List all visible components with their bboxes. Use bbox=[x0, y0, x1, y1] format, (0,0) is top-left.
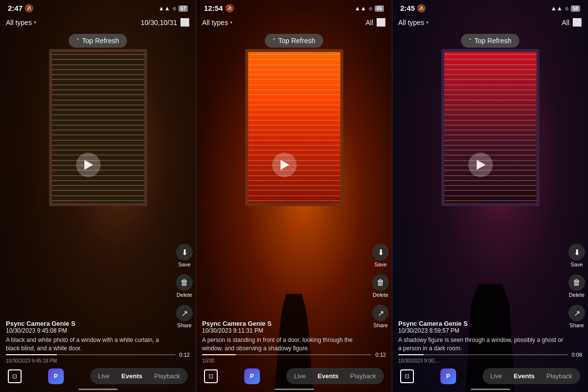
top-refresh-button[interactable]: ˄ Top Refresh bbox=[461, 34, 519, 48]
chevron-up-icon: ˄ bbox=[273, 38, 276, 44]
tab-live[interactable]: Live bbox=[93, 370, 115, 382]
delete-action[interactable]: 🗑 Delete bbox=[176, 274, 193, 298]
door-frame bbox=[245, 49, 343, 206]
tab-events[interactable]: Events bbox=[117, 370, 148, 382]
top-refresh-button[interactable]: ˄ Top Refresh bbox=[265, 34, 323, 48]
progress-fill bbox=[398, 354, 424, 355]
date-filter-label: All bbox=[562, 19, 569, 26]
share-action[interactable]: ↗ Share bbox=[568, 305, 585, 328]
door-frame bbox=[49, 49, 147, 206]
tab-playback[interactable]: Playback bbox=[541, 370, 577, 382]
door-visual bbox=[245, 49, 343, 206]
event-description: A black and white photo of a window with… bbox=[6, 336, 171, 353]
tab-events[interactable]: Events bbox=[509, 370, 540, 382]
date-filter[interactable]: All ⬜ bbox=[562, 18, 582, 27]
save-action[interactable]: ⬇ Save bbox=[568, 244, 585, 267]
delete-icon: 🗑 bbox=[568, 274, 585, 291]
calendar-icon: ⬜ bbox=[572, 18, 582, 27]
filter-bar: All types ▾ All ⬜ bbox=[392, 15, 588, 30]
door-frame bbox=[441, 49, 539, 206]
play-icon bbox=[84, 160, 93, 170]
top-refresh-area: ˄ Top Refresh bbox=[196, 30, 392, 52]
play-button[interactable] bbox=[76, 153, 101, 177]
tab-playback[interactable]: Playback bbox=[149, 370, 185, 382]
filter-bar: All types ▾ 10/30,10/31 ⬜ bbox=[0, 15, 196, 30]
type-filter-dropdown[interactable]: All types ▾ bbox=[6, 19, 36, 26]
top-refresh-button[interactable]: ˄ Top Refresh bbox=[69, 34, 127, 48]
share-label: Share bbox=[177, 322, 191, 328]
progress-fill bbox=[6, 354, 57, 355]
progress-bar-container[interactable]: 0:08 bbox=[392, 352, 588, 358]
tab-live[interactable]: Live bbox=[289, 370, 311, 382]
scan-icon[interactable]: ⊡ bbox=[8, 369, 22, 383]
progress-track bbox=[6, 354, 176, 355]
duration-label: 0:08 bbox=[572, 352, 582, 358]
save-icon: ⬇ bbox=[176, 244, 193, 261]
play-button[interactable] bbox=[468, 153, 493, 177]
scan-icon[interactable]: ⊡ bbox=[400, 369, 414, 383]
date-filter-label: 10/30,10/31 bbox=[141, 19, 177, 26]
action-buttons: ⬇ Save 🗑 Delete ↗ Share bbox=[176, 244, 193, 328]
status-icons: ▲▲ ⌾ 57 bbox=[158, 5, 188, 12]
save-label: Save bbox=[178, 261, 190, 267]
nav-tabs: Live Events Playback bbox=[483, 368, 580, 384]
save-action[interactable]: ⬇ Save bbox=[372, 244, 389, 267]
save-icon: ⬇ bbox=[372, 244, 389, 261]
play-icon bbox=[477, 160, 486, 170]
date-filter[interactable]: 10/30,10/31 ⬜ bbox=[141, 18, 190, 27]
app-logo[interactable]: P bbox=[440, 368, 456, 384]
delete-action[interactable]: 🗑 Delete bbox=[372, 274, 389, 298]
tab-playback[interactable]: Playback bbox=[345, 370, 381, 382]
signal-icon: ▲▲ bbox=[355, 5, 366, 12]
event-info: Psync Camera Genie S 10/30/2023 9:11:31 … bbox=[202, 320, 367, 353]
duration-label: 0:12 bbox=[376, 352, 386, 358]
type-filter-dropdown[interactable]: All types ▾ bbox=[202, 19, 232, 26]
type-filter-label: All types bbox=[398, 19, 424, 26]
camera-name: Psync Camera Genie S bbox=[202, 320, 367, 327]
delete-action[interactable]: 🗑 Delete bbox=[568, 274, 585, 298]
status-bar: 2:45 🔕 ▲▲ ⌾ 58 bbox=[392, 0, 588, 15]
scan-icon[interactable]: ⊡ bbox=[204, 369, 218, 383]
date-filter[interactable]: All ⬜ bbox=[365, 18, 386, 27]
status-bar: 2:47 🔕 ▲▲ ⌾ 57 bbox=[0, 0, 196, 15]
door-visual bbox=[49, 49, 147, 206]
top-refresh-area: ˄ Top Refresh bbox=[0, 30, 196, 52]
share-action[interactable]: ↗ Share bbox=[372, 305, 389, 328]
calendar-icon: ⬜ bbox=[376, 18, 386, 27]
tab-live[interactable]: Live bbox=[486, 370, 507, 382]
home-indicator bbox=[78, 389, 118, 390]
app-logo[interactable]: P bbox=[244, 368, 260, 384]
timestamp-bottom: 10/30/2023 9:45:18 PM bbox=[6, 358, 57, 364]
type-filter-label: All types bbox=[202, 19, 228, 26]
share-action[interactable]: ↗ Share bbox=[176, 305, 193, 328]
delete-icon: 🗑 bbox=[176, 274, 193, 291]
delete-label: Delete bbox=[373, 292, 388, 298]
blind-slats bbox=[248, 52, 340, 203]
event-timestamp: 10/30/2023 9:11:31 PM bbox=[202, 327, 367, 334]
tab-events[interactable]: Events bbox=[313, 370, 344, 382]
save-action[interactable]: ⬇ Save bbox=[176, 244, 193, 267]
delete-label: Delete bbox=[177, 292, 192, 298]
progress-track bbox=[202, 354, 372, 355]
share-label: Share bbox=[569, 322, 584, 328]
nav-tabs: Live Events Playback bbox=[286, 368, 384, 384]
event-timestamp: 10/30/2023 8:59:57 PM bbox=[398, 327, 563, 334]
app-logo[interactable]: P bbox=[48, 368, 64, 384]
delete-icon: 🗑 bbox=[372, 274, 389, 291]
nav-tabs: Live Events Playback bbox=[90, 368, 188, 384]
calendar-icon: ⬜ bbox=[180, 18, 190, 27]
signal-icon: ▲▲ bbox=[551, 5, 562, 12]
action-buttons: ⬇ Save 🗑 Delete ↗ Share bbox=[372, 244, 389, 328]
phone-panel-1: 2:47 🔕 ▲▲ ⌾ 57 All types ▾ 10/30,10/31 ⬜… bbox=[0, 0, 196, 392]
play-button[interactable] bbox=[272, 153, 297, 177]
event-info: Psync Camera Genie S 10/30/2023 9:45:08 … bbox=[6, 320, 171, 353]
bottom-navigation: ⊡ P Live Events Playback bbox=[196, 368, 392, 384]
event-timestamp: 10/30/2023 9:45:08 PM bbox=[6, 327, 171, 334]
progress-bar-container[interactable]: 0:12 bbox=[196, 352, 392, 358]
progress-bar-container[interactable]: 0:12 bbox=[0, 352, 196, 358]
wifi-icon: ⌾ bbox=[369, 5, 372, 12]
wifi-icon: ⌾ bbox=[173, 5, 176, 12]
play-icon bbox=[281, 160, 289, 170]
type-filter-dropdown[interactable]: All types ▾ bbox=[398, 19, 429, 26]
progress-fill bbox=[202, 354, 236, 355]
